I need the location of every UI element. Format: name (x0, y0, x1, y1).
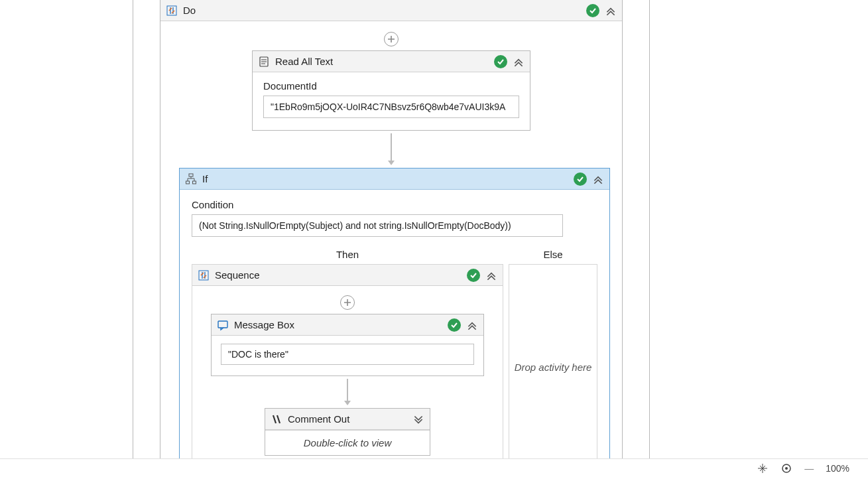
collapse-icon[interactable] (513, 56, 525, 68)
do-activity[interactable]: Do Read All Text (160, 0, 623, 477)
collapse-icon[interactable] (485, 269, 497, 281)
collapse-icon[interactable] (605, 5, 617, 17)
sequence-icon (166, 5, 178, 17)
svg-rect-4 (193, 181, 196, 184)
if-icon (185, 173, 197, 185)
read-all-text-title: Read All Text (275, 56, 494, 67)
pan-icon[interactable] (757, 462, 769, 474)
status-ok-icon (586, 4, 599, 17)
add-activity-button[interactable] (384, 32, 399, 46)
if-title: If (202, 173, 574, 184)
comment-out-titlebar[interactable]: Comment Out (265, 409, 430, 430)
documentid-label: DocumentId (263, 80, 519, 92)
status-bar: — 100% (0, 458, 868, 477)
sequence-titlebar[interactable]: Sequence (192, 265, 503, 286)
message-box-titlebar[interactable]: Message Box (212, 314, 483, 336)
collapse-icon[interactable] (592, 173, 604, 185)
svg-rect-0 (167, 6, 176, 15)
collapse-icon[interactable] (466, 319, 478, 331)
status-ok-icon (467, 269, 480, 282)
flow-arrow (200, 376, 495, 408)
condition-input[interactable] (192, 214, 563, 237)
comment-icon (271, 413, 282, 425)
else-label: Else (509, 245, 597, 264)
if-titlebar[interactable]: If (180, 169, 609, 190)
zoom-level: 100% (826, 463, 849, 474)
status-ok-icon (448, 318, 461, 332)
flow-arrow (160, 131, 622, 168)
then-panel[interactable]: Sequence (192, 264, 503, 477)
svg-rect-6 (218, 321, 227, 328)
comment-out-activity[interactable]: Comment Out Double-click to view (265, 408, 430, 456)
message-box-title: Message Box (234, 319, 448, 330)
if-activity[interactable]: If Condition Then (179, 168, 610, 477)
status-ok-icon (494, 55, 507, 68)
read-all-text-activity[interactable]: Read All Text DocumentId (252, 50, 530, 131)
expand-icon[interactable] (412, 413, 424, 425)
message-box-activity[interactable]: Message Box (211, 314, 484, 376)
read-all-text-titlebar[interactable]: Read All Text (253, 51, 530, 72)
comment-out-hint[interactable]: Double-click to view (265, 430, 430, 455)
message-box-input[interactable] (221, 344, 474, 365)
add-activity-button[interactable] (340, 295, 355, 310)
do-title: Do (183, 5, 586, 16)
sequence-activity[interactable]: Sequence (192, 265, 503, 477)
then-label: Then (192, 245, 503, 264)
svg-rect-2 (189, 174, 193, 176)
drop-hint: Drop activity here (515, 362, 592, 373)
svg-rect-5 (199, 271, 208, 280)
comment-out-title: Comment Out (288, 413, 412, 425)
sequence-title: Sequence (215, 269, 467, 281)
svg-rect-3 (186, 181, 190, 184)
svg-point-8 (785, 467, 788, 470)
sequence-icon (198, 269, 210, 281)
status-ok-icon (574, 172, 587, 186)
fit-icon[interactable] (780, 462, 792, 474)
document-icon (258, 56, 270, 68)
else-panel[interactable]: Drop activity here (509, 264, 597, 470)
documentid-input[interactable] (263, 96, 519, 118)
message-icon (217, 319, 229, 331)
condition-label: Condition (192, 199, 597, 210)
do-titlebar[interactable]: Do (160, 0, 622, 21)
